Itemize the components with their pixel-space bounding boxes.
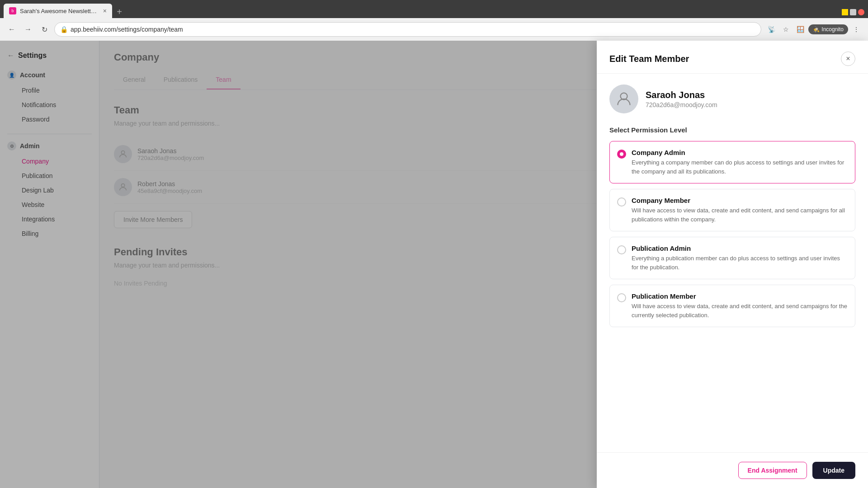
perm-company-member-content: Company Member Will have access to view … <box>632 197 848 224</box>
modal-header: Edit Team Member × <box>597 41 868 74</box>
permission-publication-member[interactable]: Publication Member Will have access to v… <box>609 285 855 327</box>
new-tab-button[interactable]: + <box>113 5 126 18</box>
tab-close-btn[interactable]: × <box>103 7 107 14</box>
end-assignment-button[interactable]: End Assignment <box>738 462 807 479</box>
bookmark-btn[interactable]: ☆ <box>779 23 792 36</box>
perm-publication-member-title: Publication Member <box>632 292 848 300</box>
perm-publication-admin-desc: Everything a publication member can do p… <box>632 254 848 272</box>
active-tab[interactable]: b Sarah's Awesome Newsletter - b... × <box>4 4 112 18</box>
nav-actions: 📡 ☆ 🪟 🕵 Incognito ⋮ <box>765 23 863 36</box>
radio-company-member <box>617 197 626 206</box>
perm-company-admin-desc: Everything a company member can do plus … <box>632 158 848 176</box>
forward-btn[interactable]: → <box>22 23 34 36</box>
maximize-btn[interactable] <box>850 9 856 15</box>
back-btn[interactable]: ← <box>5 23 18 36</box>
modal-title: Edit Team Member <box>609 54 689 64</box>
permission-company-admin[interactable]: Company Admin Everything a company membe… <box>609 141 855 183</box>
tab-title: Sarah's Awesome Newsletter - b... <box>20 8 99 14</box>
perm-publication-admin-title: Publication Admin <box>632 244 848 252</box>
update-button[interactable]: Update <box>812 462 855 479</box>
radio-company-admin <box>617 150 626 159</box>
browser-chrome: b Sarah's Awesome Newsletter - b... × + … <box>0 0 868 41</box>
modal-body: Saraoh Jonas 720a2d6a@moodjoy.com Select… <box>597 74 868 452</box>
perm-company-admin-title: Company Admin <box>632 149 848 156</box>
radio-publication-member <box>617 293 626 302</box>
perm-publication-admin-content: Publication Admin Everything a publicati… <box>632 244 848 272</box>
modal-member-email: 720a2d6a@moodjoy.com <box>646 101 717 108</box>
perm-publication-member-desc: Will have access to view data, create an… <box>632 302 848 319</box>
radio-publication-admin <box>617 245 626 254</box>
modal-member-name: Saraoh Jonas <box>646 90 717 100</box>
modal-footer: End Assignment Update <box>597 452 868 488</box>
address-bar[interactable]: 🔒 app.beehiiv.com/settings/company/team <box>54 22 761 37</box>
permission-publication-admin[interactable]: Publication Admin Everything a publicati… <box>609 237 855 279</box>
modal-member-avatar <box>609 84 638 113</box>
menu-btn[interactable]: ⋮ <box>850 23 863 36</box>
close-browser-btn[interactable] <box>858 9 864 15</box>
perm-company-member-title: Company Member <box>632 197 848 204</box>
modal-member-info: Saraoh Jonas 720a2d6a@moodjoy.com <box>646 90 717 108</box>
tab-favicon: b <box>9 7 16 14</box>
refresh-btn[interactable]: ↻ <box>38 23 51 36</box>
modal-close-button[interactable]: × <box>841 52 855 66</box>
edit-team-member-modal: Edit Team Member × Saraoh Jonas 720a2d6a… <box>597 41 868 488</box>
permission-company-member[interactable]: Company Member Will have access to view … <box>609 189 855 231</box>
incognito-indicator: 🕵 Incognito <box>808 24 848 34</box>
url-text: app.beehiiv.com/settings/company/team <box>71 26 183 33</box>
cast-btn[interactable]: 📡 <box>765 23 778 36</box>
perm-company-member-desc: Will have access to view data, create an… <box>632 206 848 224</box>
permission-level-label: Select Permission Level <box>609 126 855 134</box>
perm-company-admin-content: Company Admin Everything a company membe… <box>632 149 848 176</box>
minimize-btn[interactable] <box>842 9 848 15</box>
perm-publication-member-content: Publication Member Will have access to v… <box>632 292 848 319</box>
browser-tabs: b Sarah's Awesome Newsletter - b... × + <box>0 0 868 18</box>
modal-member-profile: Saraoh Jonas 720a2d6a@moodjoy.com <box>609 84 855 113</box>
profile-btn[interactable]: 🪟 <box>794 23 807 36</box>
browser-nav: ← → ↻ 🔒 app.beehiiv.com/settings/company… <box>0 18 868 41</box>
